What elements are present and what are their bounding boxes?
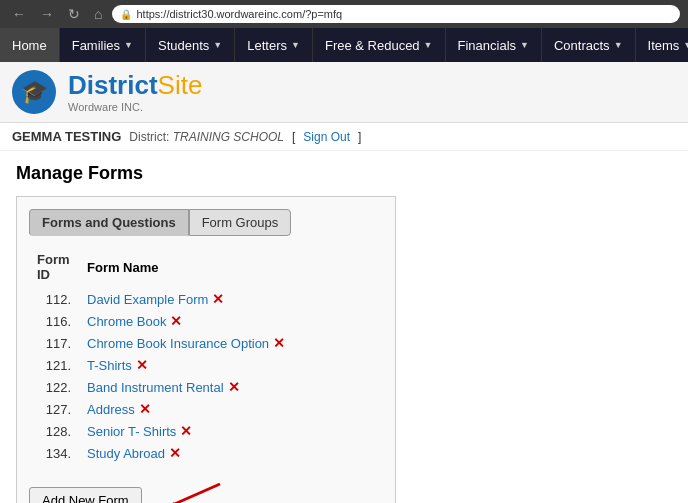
nav-financials[interactable]: Financials ▼ xyxy=(446,28,542,62)
forms-card: Forms and Questions Form Groups Form ID … xyxy=(16,196,396,503)
form-name-cell: T-Shirts✕ xyxy=(79,354,383,376)
nav-home-label: Home xyxy=(12,38,47,53)
form-name-cell: Chrome Book Insurance Option✕ xyxy=(79,332,383,354)
chevron-down-icon: ▼ xyxy=(124,40,133,50)
tab-form-groups[interactable]: Form Groups xyxy=(189,209,292,236)
delete-form-button[interactable]: ✕ xyxy=(228,379,240,395)
logo-site: Site xyxy=(158,70,203,100)
col-form-name: Form Name xyxy=(79,250,383,288)
nav-free-reduced-label: Free & Reduced xyxy=(325,38,420,53)
delete-form-button[interactable]: ✕ xyxy=(212,291,224,307)
table-row: 112.David Example Form✕ xyxy=(29,288,383,310)
delete-form-button[interactable]: ✕ xyxy=(169,445,181,461)
form-name-cell: Address✕ xyxy=(79,398,383,420)
delete-form-button[interactable]: ✕ xyxy=(273,335,285,351)
chevron-down-icon: ▼ xyxy=(291,40,300,50)
district-name: TRAINING SCHOOL xyxy=(173,130,284,144)
site-header: 🎓 DistrictSite Wordware INC. xyxy=(0,62,688,123)
table-row: 121.T-Shirts✕ xyxy=(29,354,383,376)
nav-families-label: Families xyxy=(72,38,120,53)
main-content: Manage Forms Forms and Questions Form Gr… xyxy=(0,151,688,503)
nav-items-label: Items xyxy=(648,38,680,53)
page-title: Manage Forms xyxy=(16,163,672,184)
chevron-down-icon: ▼ xyxy=(614,40,623,50)
form-name-link[interactable]: Address xyxy=(87,402,135,417)
tab-forms-questions[interactable]: Forms and Questions xyxy=(29,209,189,236)
main-nav: Home Families ▼ Students ▼ Letters ▼ Fre… xyxy=(0,28,688,62)
sign-out-bracket: [ xyxy=(292,130,295,144)
table-row: 116.Chrome Book✕ xyxy=(29,310,383,332)
form-name-cell: Senior T- Shirts✕ xyxy=(79,420,383,442)
delete-form-button[interactable]: ✕ xyxy=(136,357,148,373)
nav-students[interactable]: Students ▼ xyxy=(146,28,235,62)
table-row: 128.Senior T- Shirts✕ xyxy=(29,420,383,442)
user-bar: GEMMA TESTING District: TRAINING SCHOOL … xyxy=(0,123,688,151)
sign-out-link[interactable]: Sign Out xyxy=(303,130,350,144)
form-name-cell: Band Instrument Rental✕ xyxy=(79,376,383,398)
form-name-cell: Study Abroad✕ xyxy=(79,442,383,464)
nav-items[interactable]: Items ▼ xyxy=(636,28,688,62)
logo-icon: 🎓 xyxy=(12,70,56,114)
add-new-form-button[interactable]: Add New Form xyxy=(29,487,142,503)
arrow-annotation xyxy=(150,474,230,503)
nav-contracts-label: Contracts xyxy=(554,38,610,53)
form-name-cell: Chrome Book✕ xyxy=(79,310,383,332)
form-id-cell: 128. xyxy=(29,420,79,442)
lock-icon: 🔒 xyxy=(120,9,132,20)
form-id-cell: 116. xyxy=(29,310,79,332)
address-bar[interactable]: 🔒 https://district30.wordwareinc.com/?p=… xyxy=(112,5,680,23)
nav-home[interactable]: Home xyxy=(0,28,60,62)
browser-chrome: ← → ↻ ⌂ 🔒 https://district30.wordwareinc… xyxy=(0,0,688,28)
form-name-link[interactable]: Band Instrument Rental xyxy=(87,380,224,395)
form-name-link[interactable]: Chrome Book Insurance Option xyxy=(87,336,269,351)
form-id-cell: 117. xyxy=(29,332,79,354)
chevron-down-icon: ▼ xyxy=(683,40,688,50)
home-button[interactable]: ⌂ xyxy=(90,4,106,24)
nav-contracts[interactable]: Contracts ▼ xyxy=(542,28,636,62)
sign-out-bracket-close: ] xyxy=(358,130,361,144)
nav-letters[interactable]: Letters ▼ xyxy=(235,28,313,62)
chevron-down-icon: ▼ xyxy=(520,40,529,50)
nav-free-reduced[interactable]: Free & Reduced ▼ xyxy=(313,28,446,62)
delete-form-button[interactable]: ✕ xyxy=(139,401,151,417)
form-name-link[interactable]: David Example Form xyxy=(87,292,208,307)
form-name-link[interactable]: T-Shirts xyxy=(87,358,132,373)
delete-form-button[interactable]: ✕ xyxy=(180,423,192,439)
delete-form-button[interactable]: ✕ xyxy=(170,313,182,329)
form-name-link[interactable]: Study Abroad xyxy=(87,446,165,461)
form-id-cell: 121. xyxy=(29,354,79,376)
form-id-cell: 112. xyxy=(29,288,79,310)
form-id-cell: 122. xyxy=(29,376,79,398)
form-id-cell: 127. xyxy=(29,398,79,420)
table-row: 117.Chrome Book Insurance Option✕ xyxy=(29,332,383,354)
logo-sub: Wordware INC. xyxy=(68,101,202,114)
logo-text: DistrictSite Wordware INC. xyxy=(68,70,202,114)
district-label: District: TRAINING SCHOOL xyxy=(129,130,284,144)
col-form-id: Form ID xyxy=(29,250,79,288)
tab-group: Forms and Questions Form Groups xyxy=(29,209,383,236)
logo-district: District xyxy=(68,70,158,100)
form-id-cell: 134. xyxy=(29,442,79,464)
forward-button[interactable]: → xyxy=(36,4,58,24)
nav-families[interactable]: Families ▼ xyxy=(60,28,146,62)
form-name-link[interactable]: Senior T- Shirts xyxy=(87,424,176,439)
table-row: 134.Study Abroad✕ xyxy=(29,442,383,464)
table-row: 122.Band Instrument Rental✕ xyxy=(29,376,383,398)
nav-letters-label: Letters xyxy=(247,38,287,53)
form-name-cell: David Example Form✕ xyxy=(79,288,383,310)
nav-financials-label: Financials xyxy=(458,38,517,53)
table-row: 127.Address✕ xyxy=(29,398,383,420)
back-button[interactable]: ← xyxy=(8,4,30,24)
username: GEMMA TESTING xyxy=(12,129,121,144)
url-text: https://district30.wordwareinc.com/?p=mf… xyxy=(136,8,342,20)
reload-button[interactable]: ↻ xyxy=(64,4,84,24)
chevron-down-icon: ▼ xyxy=(424,40,433,50)
forms-table: Form ID Form Name 112.David Example Form… xyxy=(29,250,383,464)
svg-line-0 xyxy=(170,484,220,503)
nav-students-label: Students xyxy=(158,38,209,53)
form-name-link[interactable]: Chrome Book xyxy=(87,314,166,329)
chevron-down-icon: ▼ xyxy=(213,40,222,50)
